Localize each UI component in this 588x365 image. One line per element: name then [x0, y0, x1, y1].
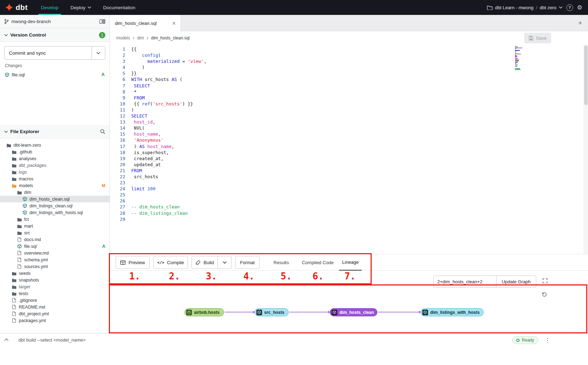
tree-item-sources.yml[interactable]: sources.yml — [0, 263, 110, 270]
code-line[interactable]: 24limit 100 — [114, 186, 588, 192]
scrollbar-thumb[interactable] — [584, 45, 588, 105]
tab-lineage[interactable]: Lineage — [339, 254, 362, 271]
settings-gear-icon[interactable]: ⚙ — [577, 5, 582, 11]
code-line[interactable]: 6WITH src_hosts AS ( — [114, 76, 588, 82]
tree-item-macros[interactable]: macros — [0, 175, 110, 182]
code-line[interactable]: 22 src_hosts — [114, 174, 588, 180]
tab-results[interactable]: Results — [270, 254, 293, 271]
tree-item-file.sql[interactable]: file.sqlA — [0, 243, 110, 250]
code-line[interactable]: 23 — [114, 180, 588, 186]
dbt-logo[interactable]: dbt — [0, 3, 35, 12]
file-explorer-header[interactable]: File Explorer — [0, 125, 110, 138]
code-line[interactable]: 20 updated_at — [114, 162, 588, 168]
lineage-node-src-hosts[interactable]: src_hosts — [255, 308, 289, 316]
code-line[interactable]: 8 * — [114, 89, 588, 95]
tree-item-.github[interactable]: .github — [0, 148, 110, 155]
tree-item-dim_listings_with_hosts.sql[interactable]: dim_listings_with_hosts.sql — [0, 209, 110, 216]
tree-item-target[interactable]: target — [0, 283, 110, 290]
commit-options-caret[interactable] — [91, 47, 105, 59]
code-line[interactable]: 15 host_name, — [114, 131, 588, 137]
code-editor[interactable]: 1{{2 config(3 materialized = 'view',4 )5… — [110, 45, 588, 254]
lineage-selector-input[interactable] — [433, 276, 497, 288]
split-pane-icon[interactable] — [99, 19, 105, 24]
tree-item-seeds[interactable]: seeds — [0, 270, 110, 277]
code-line[interactable]: 14 NVL( — [114, 125, 588, 131]
tree-item-logs[interactable]: logs — [0, 169, 110, 175]
search-icon[interactable] — [100, 129, 105, 134]
tree-item-src[interactable]: src — [0, 229, 110, 236]
code-line[interactable]: 21FROM — [114, 168, 588, 174]
code-line[interactable]: 13 host_id, — [114, 119, 588, 125]
minimap[interactable] — [515, 46, 524, 71]
fullscreen-icon[interactable] — [540, 276, 550, 285]
code-line[interactable]: 12SELECT — [114, 113, 588, 119]
tree-item-label: file.sql — [24, 244, 37, 249]
code-line[interactable]: 5}} — [114, 70, 588, 76]
code-line[interactable]: 17 ) AS host_name, — [114, 143, 588, 149]
update-graph-button[interactable]: Update Graph — [496, 276, 536, 288]
tree-item-.gitignore[interactable]: .gitignore — [0, 297, 110, 304]
code-line[interactable]: 28-- dim_listings_clean — [114, 210, 588, 216]
code-line[interactable]: 9 FROM — [114, 95, 588, 101]
commit-and-sync-button[interactable]: Commit and sync — [4, 46, 105, 60]
tree-item-dim[interactable]: dim — [0, 189, 110, 196]
close-icon[interactable] — [172, 22, 176, 25]
tree-item-tests[interactable]: tests — [0, 290, 110, 297]
tree-item-dbt_project.yml[interactable]: dbt_project.yml — [0, 310, 110, 317]
code-line[interactable]: 19 created_at, — [114, 156, 588, 162]
code-line[interactable]: 18 is_superhost, — [114, 149, 588, 156]
command-input[interactable]: dbt build --select <model_name> — [18, 337, 85, 343]
code-line[interactable]: 11) — [114, 107, 588, 113]
tree-item-fct[interactable]: fct — [0, 216, 110, 223]
tree-item-dbt-learn-zero[interactable]: dbt-learn-zero — [0, 142, 110, 148]
code-line[interactable]: 26 — [114, 198, 588, 204]
nav-develop[interactable]: Develop — [35, 0, 65, 15]
tree-item-dim_hosts_clean.sql[interactable]: dim_hosts_clean.sql — [0, 196, 110, 202]
sidebar: mwong-dev-branch Version Control 1 Commi… — [0, 15, 110, 333]
tree-item-docs.md[interactable]: docs.md — [0, 236, 110, 243]
code-line[interactable]: 25 — [114, 192, 588, 198]
nav-deploy[interactable]: Deploy — [65, 0, 97, 15]
nav-documentation[interactable]: Documentation — [97, 0, 142, 15]
code-line[interactable]: 27-- dim_hosts_clean — [114, 204, 588, 210]
tree-item-overview.md[interactable]: overview.md — [0, 250, 110, 256]
breadcrumb-dim[interactable]: dim — [137, 36, 144, 40]
tree-item-schema.yml[interactable]: schema.yml — [0, 256, 110, 263]
tree-item-snapshots[interactable]: snapshots — [0, 277, 110, 283]
lineage-node-dim-listings-with-hosts[interactable]: dim_listings_with_hosts — [421, 308, 484, 316]
editor-tab[interactable]: dim_hosts_clean.sql — [110, 15, 181, 32]
lineage-node-dim-hosts-clean[interactable]: dim_hosts_clean — [330, 308, 377, 316]
build-button[interactable]: Build — [192, 256, 218, 269]
help-icon[interactable]: ? — [566, 4, 573, 11]
version-control-header[interactable]: Version Control 1 — [0, 28, 110, 42]
model-cube-icon — [5, 72, 9, 77]
compile-button[interactable]: </> Compile — [153, 256, 188, 269]
lineage-node-airbnb-hosts[interactable]: airbnb.hosts — [184, 308, 224, 316]
code-line[interactable]: 10 {{ ref('src_hosts') }} — [114, 101, 588, 107]
tree-item-models[interactable]: modelsM — [0, 182, 110, 189]
reset-view-icon[interactable] — [540, 290, 549, 299]
save-button[interactable]: Save — [524, 33, 551, 43]
tree-item-mart[interactable]: mart — [0, 223, 110, 229]
account-project-switcher[interactable]: dbt Learn - mwong / dbt zero — [487, 5, 562, 10]
chevron-up-icon[interactable] — [4, 338, 9, 341]
tree-item-dbt_packages[interactable]: dbt_packages — [0, 162, 110, 169]
tree-item-dim_listings_clean.sql[interactable]: dim_listings_clean.sql — [0, 202, 110, 209]
tree-item-README.md[interactable]: README.md — [0, 304, 110, 310]
new-tab-button[interactable]: + — [574, 15, 587, 31]
tree-item-analyses[interactable]: analyses — [0, 155, 110, 162]
breadcrumb-models[interactable]: models — [116, 36, 130, 40]
changed-file-row[interactable]: file.sql A — [0, 70, 110, 79]
branch-row[interactable]: mwong-dev-branch — [0, 15, 110, 28]
kebab-menu-icon[interactable]: ⋮ — [544, 337, 550, 344]
code-line[interactable]: 29 — [114, 216, 588, 222]
code-line[interactable]: 7 SELECT — [114, 83, 588, 89]
editor-scrollbar[interactable] — [583, 45, 588, 254]
build-options-caret[interactable] — [217, 256, 232, 269]
tab-compiled-code[interactable]: Compiled Code — [298, 254, 338, 271]
format-button[interactable]: Format — [235, 256, 260, 269]
tree-item-packages.yml[interactable]: packages.yml — [0, 317, 110, 324]
code-line[interactable]: 16 'Anonymous' — [114, 137, 588, 143]
preview-button[interactable]: Preview — [116, 256, 150, 269]
main-area: dim_hosts_clean.sql + models dim dim_hos… — [110, 15, 588, 333]
